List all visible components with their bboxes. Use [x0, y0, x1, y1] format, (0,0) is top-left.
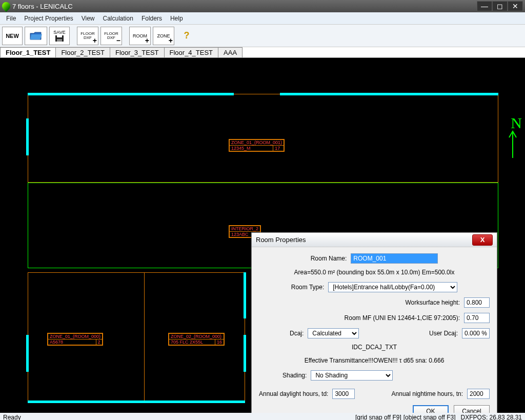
save-label: SAVE — [53, 30, 65, 35]
status-object-snap: [object snap off F3] — [403, 414, 456, 420]
zone-label: ZONE — [157, 33, 170, 38]
floppy-icon — [55, 35, 64, 42]
menu-project-properties[interactable]: Project Properties — [20, 14, 77, 23]
shading-label: Shading: — [282, 372, 307, 379]
area-info: Area=550.0 m² (bounding box 55.0m x 10.0… — [259, 269, 490, 276]
room-name-input[interactable] — [351, 253, 438, 264]
tn-label: Annual nightime hours, tn: — [392, 390, 463, 397]
zone-name: ZONE_01_(ROOM_000) — [48, 334, 103, 339]
statusbar: Ready [grid snap off F9] [object snap of… — [0, 413, 525, 420]
compass-arrow-icon — [508, 130, 518, 161]
room-add-button[interactable]: ROOM + — [129, 27, 151, 45]
menu-calculation[interactable]: Calculation — [99, 14, 137, 23]
tab-floor-1[interactable]: Floor_1_TEST — [0, 47, 56, 57]
zone-code: 12345_M — [230, 146, 273, 151]
worksurface-label: Worksurface height: — [406, 299, 460, 306]
user-dcaj-label: User Dcaj: — [429, 330, 458, 337]
zone-label-br: ZONE_02_(ROOM_000) 705 FLC 2X55L16 — [168, 333, 225, 346]
td-input[interactable] — [332, 389, 355, 399]
new-button[interactable]: NEW — [2, 27, 23, 45]
zone-num: 16 — [215, 339, 224, 345]
wall-edge — [244, 335, 246, 372]
dialog-titlebar[interactable]: Room Properties X — [252, 233, 497, 247]
wall-edge — [28, 401, 245, 403]
room-mf-label: Room MF (UNI EN 12464-1,CIE 97:2005): — [345, 314, 460, 322]
menu-file[interactable]: File — [2, 14, 20, 23]
room-outline — [28, 94, 498, 183]
tabbar: Floor_1_TEST Floor_2_TEST Floor_3_TEST F… — [0, 47, 525, 58]
zone-name: ZONE_01_(ROOM_001) — [230, 140, 284, 146]
app-icon — [1, 1, 12, 12]
dcaj-label: Dcaj: — [290, 330, 304, 337]
zone-num: 17 — [273, 146, 284, 151]
zone-name: ZONE_02_(ROOM_000) — [169, 334, 224, 339]
transmittance-text: Effective Transmittance!!!OWEN!!! τ d65 … — [259, 357, 490, 364]
status-ready: Ready — [3, 414, 355, 420]
zone-code: 705 FLC 2X55L — [169, 339, 215, 345]
plus-icon: + — [169, 36, 173, 45]
status-grid-snap: [grid snap off F9] — [355, 414, 401, 420]
minimize-button[interactable]: — — [477, 1, 492, 11]
tn-input[interactable] — [467, 389, 490, 399]
plus-icon: + — [145, 36, 149, 45]
cancel-button[interactable]: Cancel — [454, 405, 490, 413]
question-icon: ? — [184, 30, 190, 41]
dialog-close-button[interactable]: X — [472, 234, 493, 246]
room-type-select[interactable]: [Hotels]Entrance hall/Lobby(Fa=0.00) — [328, 282, 457, 292]
room-mf-input[interactable] — [464, 313, 490, 323]
tab-floor-3[interactable]: Floor_3_TEST — [110, 47, 165, 57]
plus-icon: + — [93, 36, 97, 45]
save-button[interactable]: SAVE — [49, 27, 70, 45]
help-button[interactable]: ? — [176, 27, 197, 45]
menu-help[interactable]: Help — [166, 14, 187, 23]
window-title: 7 floors - LENICALC — [12, 3, 477, 10]
zone-label-bl: ZONE_01_(ROOM_000) A56782 — [47, 333, 103, 346]
idc-text: IDC_DCAJ_TXT — [259, 344, 490, 351]
worksurface-input[interactable] — [464, 297, 490, 308]
user-dcaj-input[interactable] — [462, 328, 490, 338]
room-properties-dialog: Room Properties X Room Name: Area=550.0 … — [251, 232, 497, 413]
tab-aaa[interactable]: AAA — [218, 47, 243, 57]
room-type-label: Room Type: — [291, 284, 324, 291]
floor-dxf-remove-button[interactable]: FLOORDXF − — [100, 27, 122, 45]
toolbar: NEW SAVE FLOORDXF + FLOORDXF − ROOM + ZO… — [0, 25, 525, 47]
compass-north-label: N — [511, 114, 522, 132]
tab-floor-4[interactable]: Floor_4_TEST — [164, 47, 219, 57]
maximize-button[interactable]: ◻ — [492, 1, 508, 11]
close-icon: X — [480, 236, 485, 244]
shading-select[interactable]: No Shading — [311, 370, 393, 381]
ok-button[interactable]: OK — [413, 405, 449, 413]
minus-icon: − — [116, 36, 120, 45]
wall-edge — [28, 93, 234, 95]
wall-edge — [26, 335, 29, 372]
open-button[interactable] — [25, 27, 47, 45]
zone-label-top: ZONE_01_(ROOM_001) 12345_M17 — [229, 139, 285, 152]
menubar: File Project Properties View Calculation… — [0, 12, 525, 25]
window-controls: — ◻ ✕ — [477, 1, 523, 11]
wall-edge — [26, 118, 29, 155]
td-label: Annual daylight hours, td: — [259, 390, 328, 397]
dcaj-select[interactable]: Calculated — [308, 328, 359, 338]
wall-edge — [244, 272, 246, 318]
menu-view[interactable]: View — [77, 14, 99, 23]
room-name-label: Room Name: — [311, 255, 347, 262]
titlebar: 7 floors - LENICALC — ◻ ✕ — [0, 0, 525, 12]
zone-num: 2 — [96, 339, 103, 345]
menu-folders[interactable]: Folders — [137, 14, 166, 23]
folder-open-icon — [29, 31, 43, 41]
svg-rect-1 — [57, 35, 62, 37]
dialog-title: Room Properties — [256, 236, 472, 244]
floor-dxf-add-button[interactable]: FLOORDXF + — [77, 27, 98, 45]
zone-add-button[interactable]: ZONE + — [153, 27, 174, 45]
dialog-body: Room Name: Area=550.0 m² (bounding box 5… — [252, 247, 497, 413]
interior-name: INTERIOR_2 — [230, 226, 260, 232]
tab-floor-2[interactable]: Floor_2_TEST — [55, 47, 110, 57]
drawing-canvas[interactable]: N ZONE_01_(ROOM_001) 12345_M17 INTERIOR_… — [0, 58, 525, 413]
svg-rect-2 — [57, 39, 62, 42]
close-button[interactable]: ✕ — [508, 1, 523, 11]
zone-code: A5678 — [48, 339, 96, 345]
wall-edge — [280, 93, 498, 95]
status-dxfpos: DXFPOS: 26.83 28.31 — [461, 414, 522, 420]
